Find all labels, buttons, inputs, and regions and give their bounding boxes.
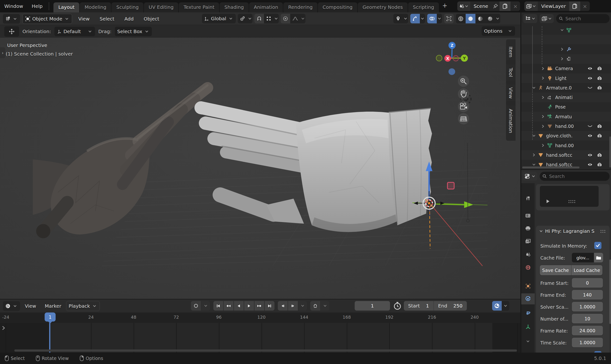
chevron-down-icon[interactable] bbox=[274, 17, 279, 20]
start-frame-field[interactable]: Start 1 bbox=[404, 301, 434, 311]
timeline-ruler[interactable]: -2424487296120144168192216240 bbox=[0, 312, 520, 323]
chevron-down-icon[interactable] bbox=[300, 17, 306, 20]
render-visibility-icon[interactable] bbox=[597, 124, 602, 128]
eye-icon[interactable] bbox=[588, 76, 592, 80]
play-button[interactable] bbox=[244, 301, 254, 311]
menu-add[interactable]: Add bbox=[120, 16, 137, 22]
outliner-hscrollbar[interactable] bbox=[522, 167, 580, 169]
expander-closed-icon[interactable] bbox=[540, 76, 546, 80]
menu-object[interactable]: Object bbox=[140, 16, 163, 22]
glove-mesh[interactable] bbox=[201, 108, 432, 232]
snap-arch-icon[interactable] bbox=[310, 301, 320, 311]
chevron-down-icon[interactable] bbox=[298, 301, 307, 311]
eye-icon[interactable] bbox=[588, 153, 592, 157]
workspace-tab-sculpting[interactable]: Sculpting bbox=[111, 2, 143, 13]
properties-tab-data[interactable] bbox=[521, 321, 535, 332]
camera-view-button[interactable] bbox=[458, 101, 469, 112]
expander-open-icon[interactable] bbox=[531, 87, 537, 89]
proportional-editing-icon[interactable] bbox=[281, 14, 290, 23]
timeline-tracks[interactable] bbox=[0, 323, 520, 353]
viewlayer-name[interactable]: ViewLayer bbox=[538, 3, 569, 9]
menu-window[interactable]: Window bbox=[0, 0, 27, 13]
timeline-editor-type-button[interactable] bbox=[3, 301, 20, 311]
expander-closed-icon[interactable] bbox=[540, 67, 546, 70]
workspace-tab-animation[interactable]: Animation bbox=[249, 2, 283, 13]
zoom-view-button[interactable] bbox=[458, 76, 469, 87]
snap-to-icon[interactable] bbox=[264, 14, 274, 23]
gizmo-icon[interactable] bbox=[410, 14, 420, 23]
eye-icon[interactable] bbox=[588, 134, 592, 138]
outliner-row[interactable]: hand.00 bbox=[521, 141, 611, 150]
properties-tab-physics[interactable] bbox=[521, 293, 535, 304]
properties-tab-output[interactable] bbox=[521, 223, 535, 234]
nav-axis-neg-x[interactable] bbox=[453, 56, 458, 61]
next-keyframe-button[interactable] bbox=[254, 301, 264, 311]
chevron-down-icon[interactable] bbox=[495, 17, 500, 20]
snap-magnet-icon[interactable] bbox=[254, 14, 264, 23]
folder-icon[interactable] bbox=[594, 253, 603, 262]
prev-keyframe-button[interactable] bbox=[224, 301, 233, 311]
expander-closed-icon[interactable] bbox=[559, 48, 565, 51]
properties-tabs-overflow-icon[interactable] bbox=[521, 336, 535, 347]
number-field[interactable]: 0 bbox=[572, 278, 603, 288]
playhead[interactable]: 1 bbox=[45, 312, 56, 322]
orientation-setting-dropdown[interactable]: Default bbox=[54, 27, 95, 36]
expander-closed-icon[interactable] bbox=[540, 96, 546, 99]
eye-closed-icon[interactable] bbox=[588, 86, 592, 90]
menu-view[interactable]: View bbox=[74, 16, 93, 22]
expander-closed-icon[interactable] bbox=[540, 125, 546, 128]
step-forward-button[interactable] bbox=[288, 301, 298, 311]
workspace-tab-scripting[interactable]: Scripting bbox=[408, 2, 439, 13]
chevron-down-icon[interactable] bbox=[437, 17, 442, 20]
eye-icon[interactable] bbox=[588, 163, 592, 167]
properties-tab-object[interactable] bbox=[521, 281, 535, 291]
solver-panel-header[interactable]: Hi Phy: Lagrangian S bbox=[536, 226, 610, 237]
ortho-grid-button[interactable] bbox=[458, 113, 469, 124]
properties-search[interactable] bbox=[540, 172, 610, 181]
playback-dropdown[interactable]: Playback bbox=[66, 301, 100, 311]
outliner-row[interactable] bbox=[521, 25, 611, 35]
number-field[interactable]: 140 bbox=[572, 290, 603, 299]
scene-browse-button[interactable] bbox=[457, 1, 470, 11]
expander-closed-icon[interactable] bbox=[540, 115, 546, 118]
properties-tab-render[interactable] bbox=[521, 210, 535, 221]
toolbar-expand-button[interactable]: › bbox=[0, 47, 5, 58]
shading-rendered-icon[interactable] bbox=[485, 14, 495, 23]
workspace-tab-uv-editing[interactable]: UV Editing bbox=[144, 2, 178, 13]
outliner-search[interactable] bbox=[556, 14, 610, 23]
workspace-tab-shading[interactable]: Shading bbox=[220, 2, 249, 13]
jump-to-start-button[interactable] bbox=[213, 301, 223, 311]
pivot-point-dropdown[interactable] bbox=[238, 14, 252, 23]
outliner-search-input[interactable] bbox=[565, 16, 607, 22]
xray-toggle-icon[interactable] bbox=[444, 14, 454, 23]
properties-tab-world[interactable] bbox=[521, 262, 535, 273]
timeline-menu-view[interactable]: View bbox=[21, 303, 40, 309]
transform-orientation-dropdown[interactable]: Global bbox=[202, 14, 236, 23]
render-visibility-icon[interactable] bbox=[597, 66, 602, 70]
expander-closed-icon[interactable] bbox=[531, 153, 537, 157]
menu-help[interactable]: Help bbox=[27, 0, 47, 13]
scene-name[interactable]: Scene bbox=[470, 3, 491, 9]
menu-select[interactable]: Select bbox=[96, 16, 118, 22]
end-frame-field[interactable]: End 250 bbox=[434, 301, 467, 311]
shading-material-icon[interactable] bbox=[476, 14, 485, 23]
outliner-filter-button[interactable] bbox=[540, 14, 554, 23]
cache-file-field[interactable]: glov... bbox=[572, 253, 594, 262]
save-cache-button[interactable]: Save Cache bbox=[540, 265, 571, 275]
sync-markers-icon[interactable] bbox=[492, 301, 502, 311]
mode-dropdown[interactable]: Object Mode bbox=[22, 14, 72, 24]
outliner-row[interactable]: Armatu bbox=[521, 112, 611, 121]
step-back-button[interactable] bbox=[278, 301, 288, 311]
properties-tab-scene[interactable] bbox=[521, 249, 535, 260]
chevron-down-icon[interactable] bbox=[502, 301, 509, 311]
checkbox-checked[interactable] bbox=[594, 242, 601, 249]
expander-open-icon[interactable] bbox=[531, 163, 537, 166]
properties-search-input[interactable] bbox=[549, 173, 607, 179]
number-field[interactable]: 1.0000 bbox=[572, 302, 603, 312]
play-expand-icon[interactable] bbox=[546, 199, 550, 204]
play-reverse-button[interactable] bbox=[234, 301, 244, 311]
outliner-row[interactable]: Light bbox=[521, 74, 611, 83]
eye-closed-icon[interactable] bbox=[588, 124, 592, 128]
outliner-row[interactable]: Pose bbox=[521, 102, 611, 112]
auto-key-record-icon[interactable] bbox=[191, 301, 201, 311]
